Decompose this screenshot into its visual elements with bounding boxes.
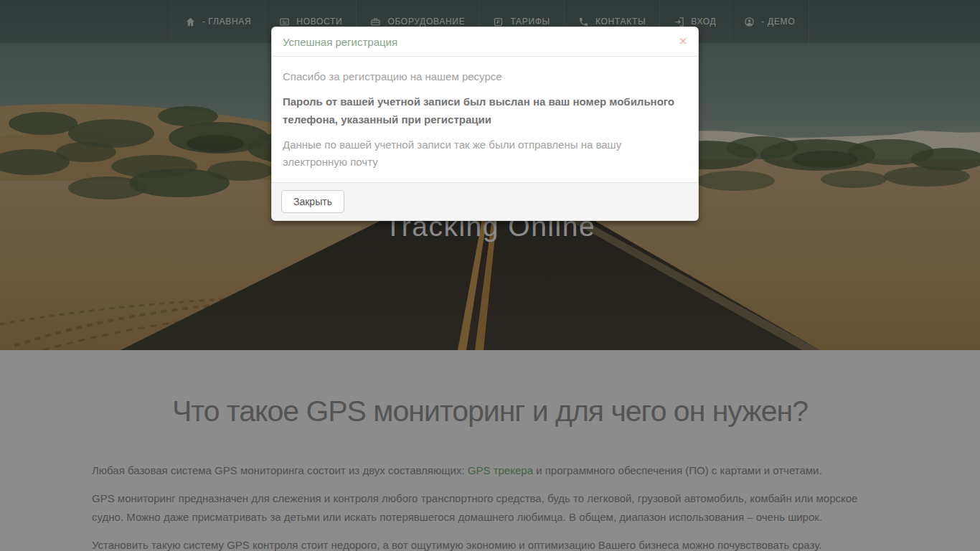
modal-text-password: Пароль от вашей учетной записи был высла…: [283, 93, 687, 128]
modal-header: Успешная регистрация ×: [272, 27, 698, 57]
close-icon[interactable]: ×: [679, 34, 687, 48]
modal-text-email: Данные по вашей учетной записи так же бы…: [283, 136, 687, 171]
close-button[interactable]: Закрыть: [281, 190, 344, 213]
registration-success-modal: Успешная регистрация × Спасибо за регист…: [271, 27, 699, 221]
modal-title: Успешная регистрация: [283, 36, 687, 48]
modal-text-thanks: Спасибо за регистрацию на нашем ресурсе: [283, 68, 687, 85]
modal-body: Спасибо за регистрацию на нашем ресурсе …: [272, 57, 698, 182]
modal-footer: Закрыть: [272, 182, 698, 220]
